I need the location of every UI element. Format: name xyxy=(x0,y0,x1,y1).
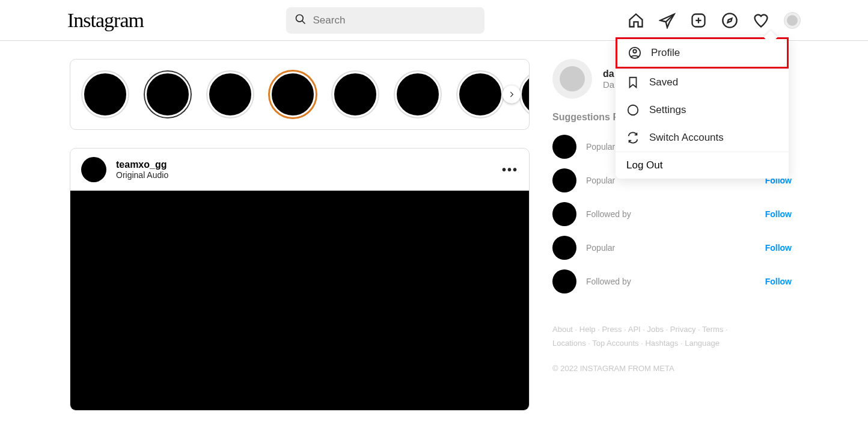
explore-icon[interactable] xyxy=(721,12,738,29)
svg-point-10 xyxy=(628,105,638,115)
story-avatar[interactable] xyxy=(207,72,253,117)
footer-copyright: © 2022 INSTAGRAM FROM META xyxy=(552,364,792,373)
svg-point-0 xyxy=(296,14,304,22)
home-icon[interactable] xyxy=(628,12,644,29)
post-audio-label[interactable]: Original Audio xyxy=(116,170,168,180)
story-avatar[interactable] xyxy=(332,72,378,117)
menu-item-label: Settings xyxy=(649,104,686,116)
suggestion-subtext: Followed by xyxy=(586,209,756,219)
menu-item-logout[interactable]: Log Out xyxy=(616,152,789,179)
post-header: teamxo_gg Original Audio ••• xyxy=(70,149,529,191)
menu-item-profile[interactable]: Profile xyxy=(616,37,789,69)
follow-button[interactable]: Follow xyxy=(765,277,792,286)
story-avatar[interactable] xyxy=(82,72,128,117)
search-container xyxy=(286,7,484,34)
footer-links: About · Help · Press · API · Jobs · Priv… xyxy=(552,322,792,351)
new-post-icon[interactable] xyxy=(690,12,707,29)
suggestion-avatar[interactable] xyxy=(552,202,576,226)
current-user-displayname: Da xyxy=(603,79,614,90)
stories-tray xyxy=(70,59,530,130)
top-navigation-bar: Instagram xyxy=(0,0,868,41)
messages-icon[interactable] xyxy=(659,12,676,29)
menu-item-label: Profile xyxy=(651,47,680,59)
suggestion-row: Followed by Follow xyxy=(552,265,792,298)
svg-point-9 xyxy=(633,50,637,54)
svg-line-1 xyxy=(302,20,305,23)
suggestion-subtext: Popular xyxy=(586,243,756,253)
follow-button[interactable]: Follow xyxy=(765,209,792,219)
menu-item-label: Switch Accounts xyxy=(649,132,724,144)
suggestion-avatar[interactable] xyxy=(552,269,576,293)
suggestion-avatar[interactable] xyxy=(552,168,576,192)
follow-button[interactable]: Follow xyxy=(765,243,792,253)
activity-icon[interactable] xyxy=(753,12,769,29)
current-user-name[interactable]: da xyxy=(603,69,614,79)
post-author-name[interactable]: teamxo_gg xyxy=(116,159,168,170)
footer-links-row[interactable]: About · Help · Press · API · Jobs · Priv… xyxy=(552,325,728,334)
search-input[interactable] xyxy=(286,7,484,34)
instagram-logo[interactable]: Instagram xyxy=(67,9,144,32)
suggestion-avatar[interactable] xyxy=(552,236,576,260)
current-user-avatar[interactable] xyxy=(552,59,592,99)
story-avatar[interactable] xyxy=(520,72,530,117)
story-avatar[interactable] xyxy=(270,72,316,117)
post-card: teamxo_gg Original Audio ••• xyxy=(70,148,530,411)
suggestion-row: Followed by Follow xyxy=(552,197,792,231)
post-media[interactable] xyxy=(70,191,529,410)
menu-item-settings[interactable]: Settings xyxy=(616,96,789,124)
stories-next-button[interactable] xyxy=(503,85,521,103)
story-avatar[interactable] xyxy=(457,72,503,117)
suggestion-avatar[interactable] xyxy=(552,135,576,159)
post-more-button[interactable]: ••• xyxy=(502,163,518,177)
story-avatar[interactable] xyxy=(145,72,191,117)
suggestion-row: Popular Follow xyxy=(552,231,792,265)
search-icon xyxy=(295,13,307,28)
profile-avatar-button[interactable] xyxy=(784,12,801,29)
menu-item-switch-accounts[interactable]: Switch Accounts xyxy=(616,124,789,152)
svg-point-6 xyxy=(723,13,736,27)
suggestion-subtext: Followed by xyxy=(586,277,756,286)
menu-item-label: Saved xyxy=(649,76,678,88)
nav-icons-group xyxy=(628,12,801,29)
post-author-avatar[interactable] xyxy=(81,157,106,182)
menu-item-saved[interactable]: Saved xyxy=(616,69,789,96)
footer-links-row[interactable]: Locations · Top Accounts · Hashtags · La… xyxy=(552,339,720,348)
svg-marker-7 xyxy=(727,18,732,22)
story-avatar[interactable] xyxy=(395,72,441,117)
profile-dropdown-menu: Profile Saved Settings Switch Accounts L… xyxy=(616,37,789,179)
